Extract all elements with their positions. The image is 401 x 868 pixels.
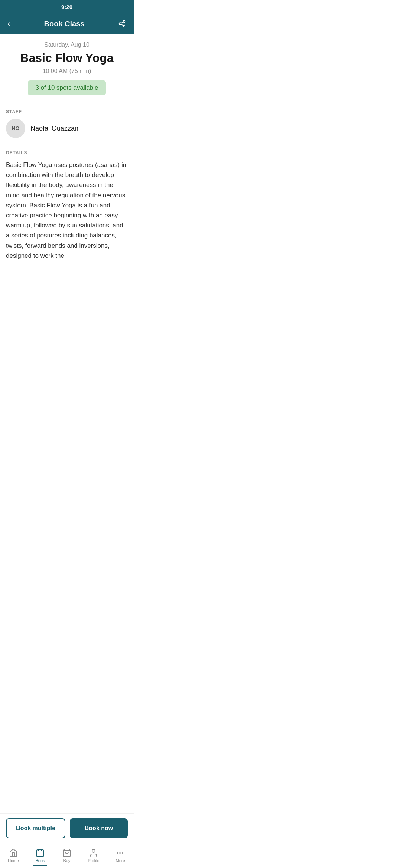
details-text: Basic Flow Yoga uses postures (asanas) i… <box>6 160 128 261</box>
staff-section: STAFF NO Naofal Ouazzani <box>6 103 128 144</box>
status-time: 9:20 <box>61 4 72 10</box>
back-icon: ‹ <box>7 19 10 29</box>
class-time: 10:00 AM (75 min) <box>6 68 128 75</box>
top-nav: ‹ Book Class <box>0 13 134 34</box>
status-bar: 9:20 <box>0 0 134 13</box>
share-icon <box>118 20 126 28</box>
back-button[interactable]: ‹ <box>6 17 12 30</box>
class-title: Basic Flow Yoga <box>6 51 128 65</box>
main-content: Saturday, Aug 10 Basic Flow Yoga 10:00 A… <box>0 34 134 333</box>
staff-section-label: STAFF <box>6 109 128 114</box>
bottom-spacer <box>6 267 128 326</box>
svg-line-4 <box>121 22 123 23</box>
staff-item: NO Naofal Ouazzani <box>6 119 128 138</box>
spots-badge: 3 of 10 spots available <box>28 80 105 95</box>
details-section-label: DETAILS <box>6 150 128 155</box>
svg-line-3 <box>121 24 123 26</box>
class-date: Saturday, Aug 10 <box>6 42 128 48</box>
page-title: Book Class <box>44 20 85 28</box>
staff-avatar: NO <box>6 119 25 138</box>
details-section: DETAILS Basic Flow Yoga uses postures (a… <box>6 144 128 267</box>
share-button[interactable] <box>117 18 128 29</box>
staff-name: Naofal Ouazzani <box>30 125 80 132</box>
